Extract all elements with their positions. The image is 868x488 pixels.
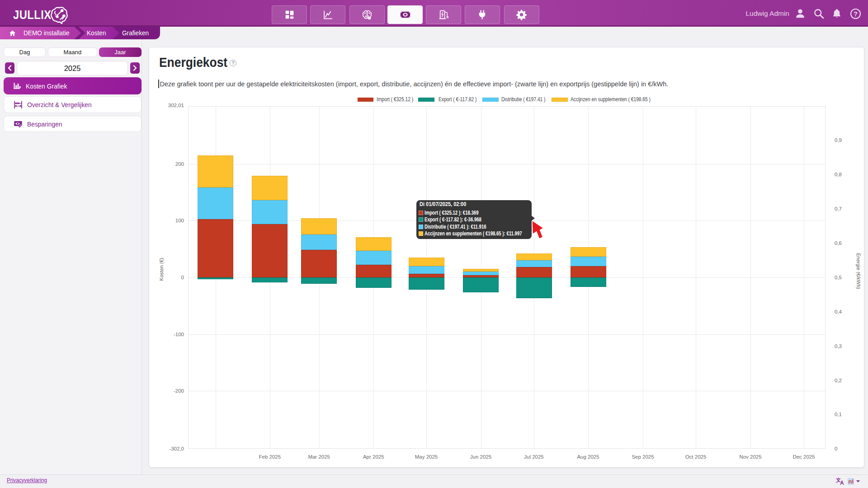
svg-text:?: ? xyxy=(854,10,858,18)
